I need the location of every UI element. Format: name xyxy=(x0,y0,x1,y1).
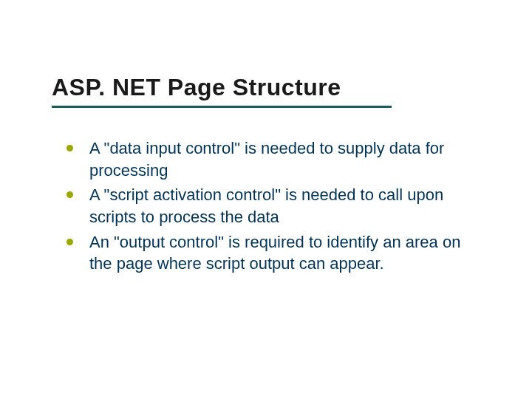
bullet-text: A "data input control" is needed to supp… xyxy=(89,137,488,181)
bullet-text: A "script activation control" is needed … xyxy=(89,184,488,228)
slide: ASP. NET Page Structure A "data input co… xyxy=(0,0,532,399)
bullet-icon xyxy=(66,191,73,198)
bullet-list: A "data input control" is needed to supp… xyxy=(52,137,488,275)
title-underline xyxy=(52,106,392,108)
bullet-text: An "output control" is required to ident… xyxy=(89,231,488,275)
list-item: An "output control" is required to ident… xyxy=(66,231,488,275)
list-item: A "script activation control" is needed … xyxy=(66,184,488,228)
bullet-icon xyxy=(66,239,73,245)
slide-title: ASP. NET Page Structure xyxy=(52,74,488,101)
list-item: A "data input control" is needed to supp… xyxy=(66,137,488,181)
bullet-icon xyxy=(66,145,73,151)
